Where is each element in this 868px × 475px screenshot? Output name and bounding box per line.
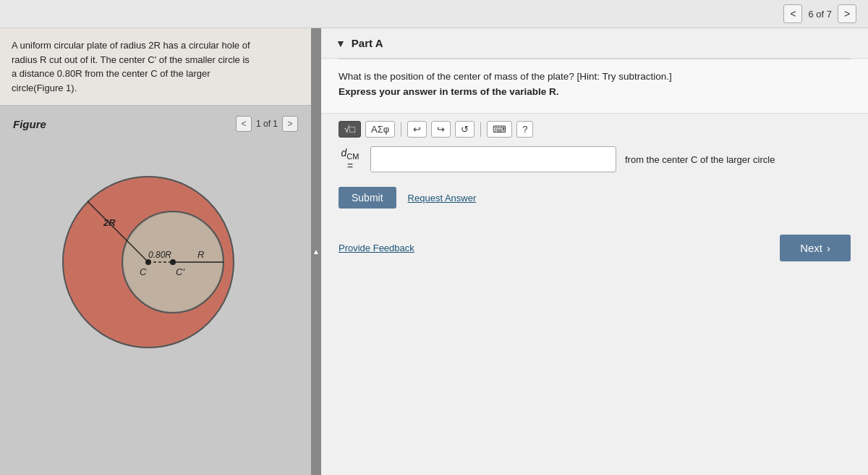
figure-page-info: 1 of 1 (256, 119, 278, 129)
page-nav-controls: < 6 of 7 > (783, 4, 856, 23)
question-main: What is the position of the center of ma… (339, 71, 672, 82)
part-a-header: ▼ Part A (321, 28, 868, 59)
toolbar-separator-1 (401, 122, 401, 137)
instruction-text: Express your answer in terms of the vari… (339, 86, 559, 97)
part-a-label: Part A (352, 37, 383, 49)
svg-text:R: R (197, 249, 204, 260)
circle-diagram: 2R C C′ 0.80R R (47, 148, 264, 365)
next-page-button[interactable]: > (838, 4, 856, 23)
figure-title: Figure (13, 118, 46, 130)
problem-text-line2: radius R cut out of it. The center C′ of… (12, 54, 250, 65)
figure-area: Figure < 1 of 1 > (0, 106, 311, 475)
svg-text:C: C (140, 266, 147, 277)
submit-row: Submit Request Answer (321, 181, 868, 220)
answer-row: dCM = from the center C of the larger ci… (321, 140, 868, 181)
panel-resize-handle[interactable]: ▲ (311, 28, 321, 475)
redo-icon: ↪ (437, 124, 445, 135)
right-panel: ▼ Part A What is the position of the cen… (321, 28, 868, 475)
question-text: What is the position of the center of ma… (339, 71, 851, 82)
math-toolbar: √□ AΣφ ↩ ↪ ↺ ⌨ ? (321, 114, 868, 140)
undo-icon: ↩ (413, 124, 421, 135)
dcm-subscript: CM (346, 151, 359, 160)
dcm-equals: = (347, 160, 353, 172)
svg-text:0.80R: 0.80R (148, 250, 171, 260)
problem-text-line1: A uniform circular plate of radius 2R ha… (12, 40, 250, 51)
keyboard-button[interactable]: ⌨ (487, 121, 512, 138)
figure-header-row: Figure < 1 of 1 > (7, 113, 304, 135)
page-info-label: 6 of 7 (808, 9, 832, 20)
figure-next-button[interactable]: > (282, 116, 298, 132)
submit-button[interactable]: Submit (339, 187, 396, 209)
next-label: Next (800, 242, 822, 254)
question-area: What is the position of the center of ma… (321, 59, 868, 114)
figure-nav: < 1 of 1 > (236, 116, 298, 132)
redo-button[interactable]: ↪ (431, 121, 451, 138)
request-answer-button[interactable]: Request Answer (408, 193, 477, 203)
svg-text:C′: C′ (176, 266, 184, 277)
left-panel: A uniform circular plate of radius 2R ha… (0, 28, 311, 475)
problem-text-line4: circle(Figure 1). (12, 83, 77, 93)
svg-text:2R: 2R (103, 217, 116, 228)
next-arrow-icon: › (827, 242, 830, 254)
prev-page-button[interactable]: < (783, 4, 802, 23)
part-collapse-icon[interactable]: ▼ (336, 38, 346, 49)
help-button[interactable]: ? (516, 121, 533, 138)
sqrt-icon: √□ (344, 124, 355, 135)
dcm-label: dCM = (339, 147, 362, 172)
help-icon: ? (522, 124, 527, 135)
toolbar-separator-2 (480, 122, 481, 137)
answer-input[interactable] (370, 146, 616, 172)
alpha-sigma-phi-button[interactable]: AΣφ (365, 121, 395, 138)
next-button[interactable]: Next › (780, 235, 851, 261)
from-center-label: from the center C of the larger circle (625, 154, 775, 165)
provide-feedback-button[interactable]: Provide Feedback (339, 243, 414, 253)
undo-button[interactable]: ↩ (407, 121, 427, 138)
alpha-sigma-phi-icon: AΣφ (371, 124, 389, 135)
problem-text-line3: a distance 0.80R from the center C of th… (12, 68, 210, 79)
figure-prev-button[interactable]: < (236, 116, 252, 132)
top-navigation: < 6 of 7 > (0, 0, 868, 28)
problem-text: A uniform circular plate of radius 2R ha… (0, 28, 311, 106)
refresh-button[interactable]: ↺ (455, 121, 475, 138)
question-instruction: Express your answer in terms of the vari… (339, 86, 851, 97)
keyboard-icon: ⌨ (493, 124, 506, 135)
feedback-row: Provide Feedback Next › (321, 220, 868, 273)
refresh-icon: ↺ (461, 124, 469, 135)
main-content: A uniform circular plate of radius 2R ha… (0, 28, 868, 475)
sqrt-button[interactable]: √□ (339, 121, 361, 138)
